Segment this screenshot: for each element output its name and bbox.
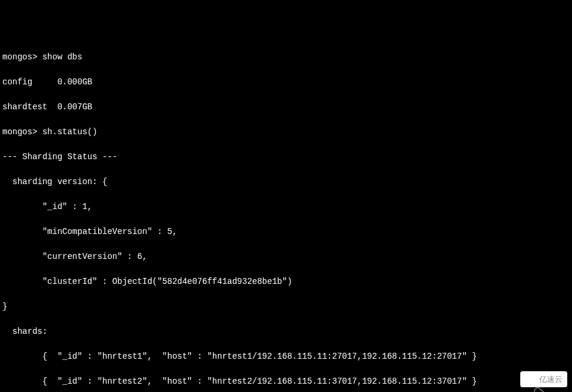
watermark-text: 亿速云 (539, 374, 562, 385)
terminal-line-db-shardtest: shardtest 0.007GB (2, 101, 570, 113)
terminal-line-shard-hnrtest2: { "_id" : "hnrtest2", "host" : "hnrtest2… (2, 375, 570, 388)
terminal-line-min-compatible-version: "minCompatibleVersion" : 5, (2, 226, 570, 238)
terminal-line-current-version: "currentVersion" : 6, (2, 251, 570, 263)
cloud-icon (525, 375, 537, 383)
terminal-line-close-brace: } (2, 301, 570, 313)
terminal-line-db-config: config 0.000GB (2, 76, 570, 88)
terminal-line-cluster-id: "clusterId" : ObjectId("582d4e076ff41ad9… (2, 276, 570, 288)
terminal-line-sharding-status-header: --- Sharding Status --- (2, 151, 570, 163)
watermark-badge: 亿速云 (520, 371, 567, 388)
terminal-line-id: "_id" : 1, (2, 201, 570, 213)
terminal-line-sharding-version-open: sharding version: { (2, 176, 570, 188)
terminal-line-shards-label: shards: (2, 325, 570, 338)
terminal-line-shard-hnrtest1: { "_id" : "hnrtest1", "host" : "hnrtest1… (2, 350, 570, 363)
terminal-line-prompt-sh-status: mongos> sh.status() (2, 126, 570, 138)
terminal-line-prompt-show-dbs: mongos> show dbs (2, 51, 570, 64)
